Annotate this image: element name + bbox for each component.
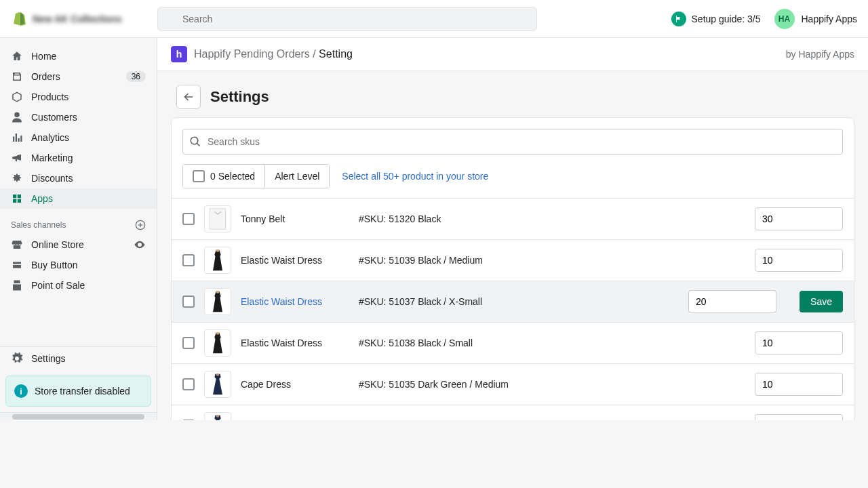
row-checkbox[interactable] — [182, 213, 195, 225]
page-head: Settings — [157, 71, 868, 117]
channel-label: Point of Sale — [31, 280, 85, 291]
row-checkbox[interactable] — [182, 337, 195, 349]
product-thumbnail — [204, 412, 231, 420]
topbar-right: Setup guide: 3/5 HA Happify Apps — [671, 9, 857, 29]
global-search — [157, 7, 537, 31]
table-row: Cape Dress #SKU: 51032 Black / X-Small — [172, 405, 854, 420]
alert-level-button[interactable]: Alert Level — [264, 165, 329, 188]
product-thumbnail — [204, 288, 231, 315]
analytics-icon — [11, 131, 23, 144]
main-content: h Happify Pending Orders / Setting by Ha… — [157, 38, 868, 420]
sidebar-item-products[interactable]: Products — [0, 87, 157, 107]
table-row: Elastic Waist Dress #SKU: 51039 Black / … — [172, 239, 854, 281]
user-menu[interactable]: HA Happify Apps — [774, 9, 858, 29]
product-name: Elastic Waist Dress — [241, 255, 349, 266]
sku-search — [182, 129, 843, 155]
product-name: Cape Dress — [241, 379, 349, 390]
sidebar-item-customers[interactable]: Customers — [0, 107, 157, 127]
eye-icon[interactable] — [134, 239, 146, 251]
sidebar-item-label: Home — [31, 51, 56, 62]
channel-item-buy-button[interactable]: Buy Button — [0, 255, 157, 275]
alert-level-input[interactable] — [755, 414, 843, 420]
info-icon: i — [14, 384, 28, 398]
alert-level-input[interactable] — [755, 207, 843, 230]
svg-point-6 — [216, 415, 220, 418]
sales-channels-heading: Sales channels — [0, 209, 157, 235]
save-button[interactable]: Save — [800, 291, 843, 312]
sidebar-horizontal-scrollbar[interactable] — [0, 412, 157, 420]
sidebar-settings[interactable]: Settings — [0, 346, 157, 370]
sidebar-item-label: Discounts — [31, 173, 73, 184]
table-row: Elastic Waist Dress #SKU: 51038 Black / … — [172, 322, 854, 363]
row-checkbox[interactable] — [182, 420, 195, 420]
back-button[interactable] — [176, 85, 201, 109]
store-transfer-alert: i Store transfer disabled — [5, 375, 151, 407]
product-name[interactable]: Elastic Waist Dress — [241, 296, 349, 307]
sidebar-item-apps[interactable]: Apps — [0, 188, 157, 209]
row-checkbox[interactable] — [182, 296, 195, 308]
arrow-left-icon — [182, 91, 195, 103]
segmented-control: 0 Selected Alert Level — [182, 164, 330, 188]
search-input[interactable] — [157, 7, 537, 31]
apps-icon — [11, 192, 23, 205]
marketing-icon — [11, 152, 23, 164]
sidebar-item-orders[interactable]: Orders 36 — [0, 66, 157, 87]
sidebar-item-home[interactable]: Home — [0, 46, 157, 66]
gear-icon — [11, 352, 23, 365]
sidebar-item-label: Marketing — [31, 152, 73, 163]
channel-label: Buy Button — [31, 260, 78, 270]
page-title: Settings — [210, 88, 269, 106]
orders-icon — [11, 70, 23, 83]
select-all-link[interactable]: Select all 50+ product in your store — [342, 171, 488, 182]
row-checkbox[interactable] — [182, 378, 195, 390]
store-icon — [11, 239, 23, 251]
by-line: by Happify Apps — [786, 49, 854, 60]
alert-level-input[interactable] — [688, 290, 776, 313]
alert-level-input[interactable] — [755, 249, 843, 272]
product-sku: #SKU: 51320 Black — [359, 214, 745, 224]
products-icon — [11, 91, 23, 103]
alert-level-input[interactable] — [755, 373, 843, 396]
bulk-toolbar: 0 Selected Alert Level Select all 50+ pr… — [172, 155, 854, 198]
breadcrumb-sep: / — [313, 48, 319, 60]
selected-count-label: 0 Selected — [210, 171, 255, 182]
alert-level-input[interactable] — [755, 331, 843, 354]
avatar: HA — [774, 9, 795, 29]
discounts-icon — [11, 172, 23, 184]
product-thumbnail — [204, 329, 231, 357]
selected-count-button[interactable]: 0 Selected — [183, 165, 264, 188]
svg-point-4 — [216, 332, 220, 335]
sidebar: Home Orders 36 Products Customers Analyt… — [0, 38, 157, 420]
sku-search-input[interactable] — [182, 129, 843, 155]
user-label: Happify Apps — [802, 14, 858, 24]
select-all-checkbox[interactable] — [193, 170, 205, 182]
setup-guide[interactable]: Setup guide: 3/5 — [671, 12, 761, 26]
product-sku: #SKU: 51035 Dark Green / Medium — [359, 379, 745, 390]
settings-label: Settings — [31, 353, 66, 364]
customers-icon — [11, 111, 23, 123]
flag-icon — [671, 12, 686, 26]
sidebar-item-analytics[interactable]: Analytics — [0, 127, 157, 148]
breadcrumb-parent[interactable]: Happify Pending Orders — [194, 48, 310, 60]
sidebar-item-discounts[interactable]: Discounts — [0, 168, 157, 188]
app-icon: h — [171, 46, 187, 62]
row-checkbox[interactable] — [182, 254, 195, 266]
sidebar-item-label: Products — [31, 92, 68, 102]
table-row: Tonny Belt #SKU: 51320 Black — [172, 198, 854, 239]
breadcrumb-current: Setting — [319, 48, 353, 60]
channel-label: Online Store — [31, 239, 84, 250]
breadcrumb: Happify Pending Orders / Setting — [194, 48, 353, 60]
logo-area: New AK Collections — [11, 11, 146, 27]
setup-guide-label: Setup guide: 3/5 — [692, 14, 761, 24]
product-sku: #SKU: 51038 Black / Small — [359, 338, 745, 348]
shopify-logo-icon — [11, 11, 27, 27]
add-channel-icon[interactable] — [135, 220, 146, 230]
product-thumbnail — [204, 247, 231, 274]
pos-icon — [11, 279, 23, 291]
channel-item-online-store[interactable]: Online Store — [0, 235, 157, 255]
channel-item-point-of-sale[interactable]: Point of Sale — [0, 275, 157, 296]
sales-channels-label: Sales channels — [11, 220, 66, 230]
sidebar-item-marketing[interactable]: Marketing — [0, 148, 157, 168]
table-row: Cape Dress #SKU: 51035 Dark Green / Medi… — [172, 363, 854, 405]
product-name: Elastic Waist Dress — [241, 338, 349, 348]
